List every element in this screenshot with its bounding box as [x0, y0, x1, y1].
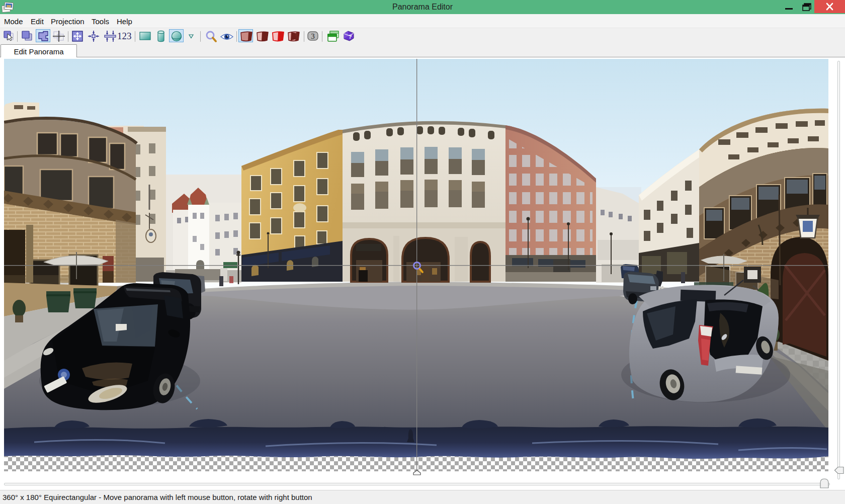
svg-text:?: ?: [349, 34, 352, 40]
svg-text:3: 3: [311, 32, 315, 40]
